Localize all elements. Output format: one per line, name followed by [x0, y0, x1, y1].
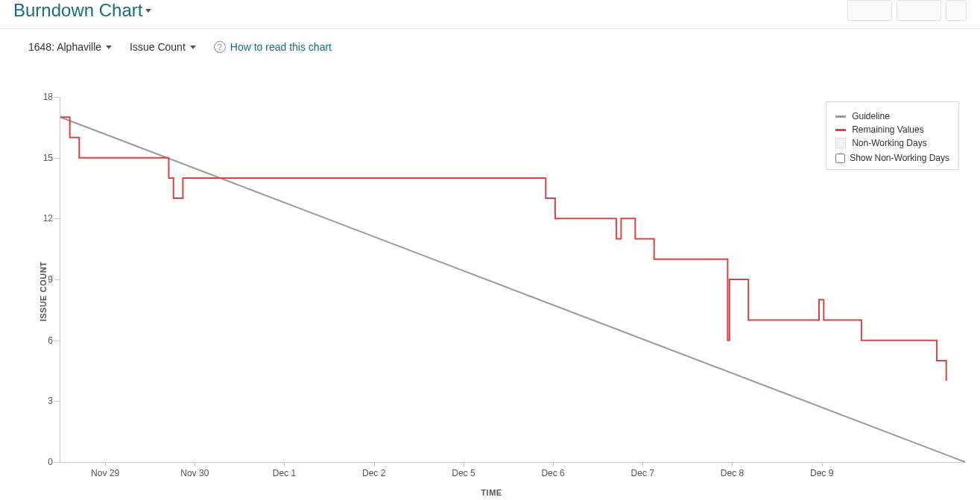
y-tick-label: 12 — [43, 213, 60, 224]
y-tick-label: 9 — [48, 274, 60, 285]
help-link[interactable]: ? How to read this chart — [214, 41, 332, 53]
y-tick-label: 15 — [43, 153, 60, 163]
help-link-text: How to read this chart — [230, 41, 332, 53]
question-circle-icon: ? — [214, 41, 226, 53]
y-tick-label: 0 — [48, 457, 60, 467]
x-tick-label: Dec 7 — [631, 462, 654, 478]
sprint-dropdown-label: 1648: Alphaville — [28, 41, 101, 53]
chevron-down-icon — [106, 45, 112, 49]
x-tick-label: Nov 30 — [180, 462, 209, 478]
x-tick-label: Nov 29 — [91, 462, 119, 478]
legend-label: Non-Working Days — [852, 138, 926, 148]
legend-toggle-nonworking[interactable]: Show Non-Working Days — [835, 153, 949, 163]
chevron-down-icon — [190, 45, 196, 49]
chart-plot: Guideline Remaining Values Non-Working D… — [60, 97, 965, 463]
header-button-1[interactable] — [847, 0, 892, 21]
chart-area: ISSUE COUNT TIME Guideline Remaining Val… — [13, 89, 970, 493]
header-button-3[interactable] — [946, 0, 967, 21]
x-tick-label: Dec 1 — [273, 462, 296, 478]
x-tick-label: Dec 9 — [810, 462, 833, 478]
metric-dropdown-label: Issue Count — [130, 41, 186, 53]
y-tick-label: 18 — [43, 92, 60, 102]
x-tick-label: Dec 6 — [541, 462, 564, 478]
x-tick-label: Dec 8 — [721, 462, 744, 478]
chevron-down-icon — [145, 9, 151, 13]
sprint-dropdown[interactable]: 1648: Alphaville — [28, 41, 112, 53]
legend-swatch — [835, 115, 846, 118]
x-tick-label: Dec 5 — [452, 462, 475, 478]
legend-swatch — [835, 129, 846, 131]
header-actions — [847, 0, 967, 21]
legend-toggle-label: Show Non-Working Days — [850, 153, 949, 163]
page-title-dropdown[interactable]: Burndown Chart — [13, 0, 151, 21]
page-title-text: Burndown Chart — [13, 0, 142, 21]
chart-controls: 1648: Alphaville Issue Count ? How to re… — [0, 29, 980, 57]
x-tick-label: Dec 2 — [362, 462, 385, 478]
y-tick-label: 3 — [48, 396, 60, 406]
legend-item-remaining: Remaining Values — [835, 124, 949, 135]
legend-item-nonworking: Non-Working Days — [835, 138, 949, 148]
y-tick-label: 6 — [48, 335, 60, 346]
legend-swatch — [835, 138, 846, 148]
legend-label: Remaining Values — [852, 124, 924, 135]
series-remaining-values — [60, 117, 946, 381]
show-nonworking-checkbox[interactable] — [835, 154, 845, 163]
header-button-2[interactable] — [897, 0, 941, 21]
chart-legend: Guideline Remaining Values Non-Working D… — [826, 101, 959, 170]
metric-dropdown[interactable]: Issue Count — [130, 41, 196, 53]
y-axis-title: ISSUE COUNT — [39, 261, 48, 321]
legend-item-guideline: Guideline — [835, 111, 949, 121]
legend-label: Guideline — [852, 111, 890, 121]
x-axis-title: TIME — [481, 488, 502, 497]
